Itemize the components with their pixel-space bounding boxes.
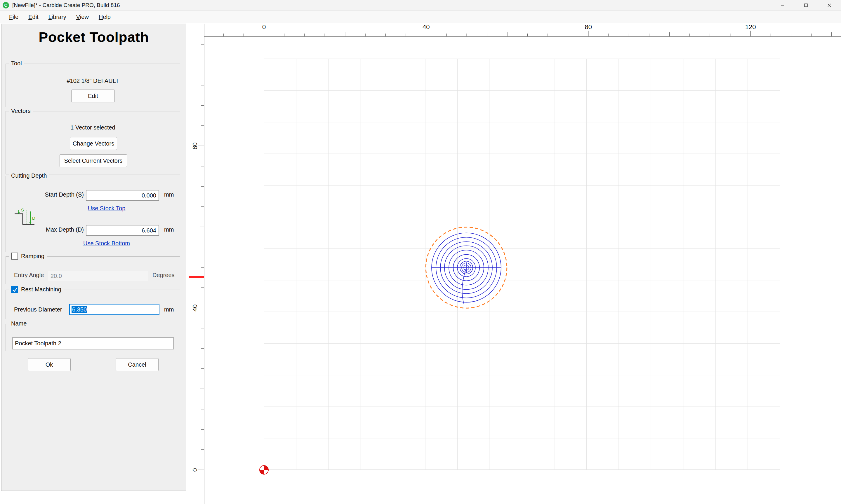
close-icon	[827, 3, 832, 7]
ramping-group-label: Ramping	[21, 253, 45, 259]
close-button[interactable]	[818, 0, 841, 11]
window-title: [NewFile]* - Carbide Create PRO, Build 8…	[12, 2, 120, 8]
previous-diameter-label: Previous Diameter	[14, 306, 62, 313]
change-vectors-button[interactable]: Change Vectors	[70, 137, 117, 150]
rest-machining-checkbox[interactable]	[11, 286, 18, 293]
svg-text:40: 40	[191, 304, 199, 311]
menu-item-edit[interactable]: Edit	[23, 12, 43, 22]
maximize-icon	[804, 3, 808, 7]
check-icon	[12, 287, 18, 293]
start-depth-unit: mm	[164, 191, 174, 198]
app-icon: C	[2, 2, 9, 9]
minimize-button[interactable]	[771, 0, 794, 11]
menu-item-file[interactable]: File	[4, 12, 23, 22]
svg-text:D: D	[32, 216, 35, 220]
svg-text:0: 0	[262, 24, 266, 31]
menu-item-view[interactable]: View	[71, 12, 94, 22]
toolpath-name-input[interactable]	[12, 338, 174, 349]
maximize-button[interactable]	[794, 0, 818, 11]
use-stock-bottom-link[interactable]: Use Stock Bottom	[63, 240, 150, 247]
ok-button[interactable]: Ok	[28, 358, 71, 371]
entry-angle-input	[48, 271, 148, 281]
stock-area	[264, 59, 780, 470]
svg-text:120: 120	[745, 24, 756, 31]
svg-text:40: 40	[423, 24, 430, 31]
cutting-depth-group: Cutting Depth Start Depth (S) mm Use Sto…	[5, 176, 180, 252]
name-group: Name	[5, 324, 180, 351]
ruler-vertical: 04080	[189, 24, 204, 504]
rest-machining-group-label: Rest Machining	[21, 286, 61, 293]
max-depth-label: Max Depth (D)	[6, 226, 84, 233]
panel-title: Pocket Toolpath	[1, 29, 186, 45]
titlebar: C [NewFile]* - Carbide Create PRO, Build…	[0, 0, 841, 11]
tool-group: Tool #102 1/8" DEFAULT Edit	[5, 64, 180, 107]
svg-text:C: C	[4, 3, 7, 7]
previous-diameter-input[interactable]: 6.350	[69, 304, 159, 315]
minimize-icon	[780, 3, 785, 7]
ruler-position-marker	[189, 276, 204, 278]
svg-text:80: 80	[585, 24, 591, 31]
menu-item-library[interactable]: Library	[44, 12, 71, 22]
menu-item-help[interactable]: Help	[94, 12, 116, 22]
menubar: File Edit Library View Help	[0, 11, 841, 23]
rest-machining-group: Rest Machining Previous Diameter 6.350 m…	[5, 290, 180, 319]
design-canvas[interactable]: 0408012004080	[187, 24, 841, 504]
vectors-status: 1 Vector selected	[6, 124, 180, 131]
start-depth-input[interactable]	[86, 190, 159, 201]
ramping-group: Ramping Entry Angle Degrees	[5, 256, 180, 284]
origin-marker[interactable]	[260, 466, 268, 474]
svg-text:0: 0	[191, 468, 199, 472]
start-depth-label: Start Depth (S)	[6, 191, 84, 198]
select-current-vectors-button[interactable]: Select Current Vectors	[59, 154, 127, 167]
pocket-toolpath-panel: Pocket Toolpath Tool #102 1/8" DEFAULT E…	[1, 24, 186, 491]
previous-diameter-selected-text: 6.350	[71, 306, 87, 313]
svg-text:80: 80	[191, 142, 199, 149]
vectors-group-label: Vectors	[9, 108, 33, 114]
entry-angle-label: Entry Angle	[14, 272, 44, 278]
max-depth-input[interactable]	[86, 225, 159, 236]
name-group-label: Name	[9, 320, 29, 327]
ramping-checkbox[interactable]	[11, 253, 18, 259]
tool-name: #102 1/8" DEFAULT	[6, 77, 180, 84]
edit-tool-button[interactable]: Edit	[71, 90, 115, 102]
ruler-horizontal: 04080120	[204, 24, 841, 36]
tool-group-label: Tool	[9, 60, 24, 67]
use-stock-top-link[interactable]: Use Stock Top	[66, 205, 148, 212]
entry-angle-unit: Degrees	[152, 272, 175, 278]
previous-diameter-unit: mm	[164, 306, 174, 313]
cancel-button[interactable]: Cancel	[116, 358, 158, 371]
svg-text:S: S	[21, 208, 24, 212]
max-depth-unit: mm	[164, 226, 174, 233]
cutting-depth-group-label: Cutting Depth	[9, 173, 49, 179]
vectors-group: Vectors 1 Vector selected Change Vectors…	[5, 111, 180, 175]
